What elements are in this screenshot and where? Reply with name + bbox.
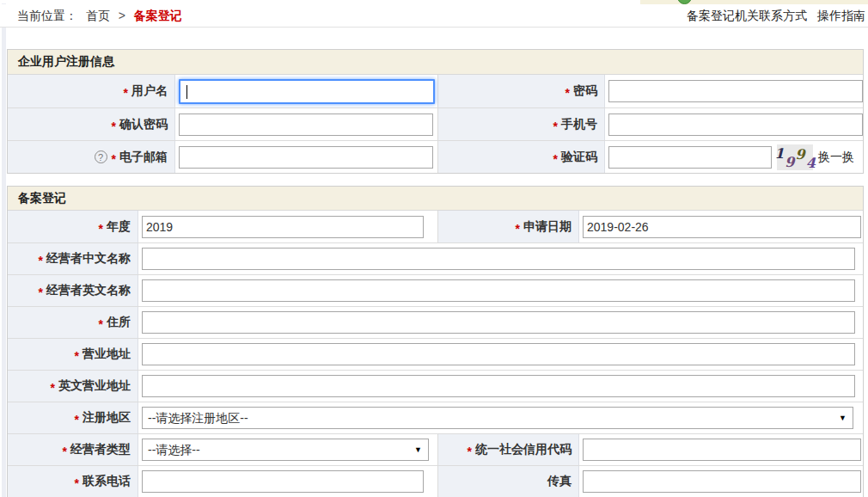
captcha-refresh-link[interactable]: 换一换 [818,150,854,165]
apply-date-label-cell: * 申请日期 [437,211,579,242]
captcha-input[interactable] [608,146,772,169]
top-links: 备案登记机关联系方式 操作指南 [680,9,865,24]
fax-input[interactable] [583,470,861,493]
mobile-input[interactable] [608,114,863,136]
registration-section: 企业用户注册信息 * 用户名 * 密码 * 确 [7,49,864,174]
confirm-password-input-cell [175,108,437,140]
residence-label-cell: * 住所 [8,307,138,338]
password-input-cell [605,75,863,107]
contact-phone-label: 联系电话 [83,474,131,489]
year-input[interactable] [142,216,424,238]
operator-type-label-cell: * 经营者类型 [8,434,138,465]
residence-input[interactable] [142,311,855,334]
breadcrumb-separator: > [119,9,125,22]
fax-input-cell [579,466,863,497]
business-address-label-cell: * 营业地址 [8,339,138,370]
operator-type-select-cell: --请选择-- [138,434,437,465]
required-asterisk: * [63,445,67,458]
help-icon[interactable]: ? [95,150,107,163]
required-asterisk: * [39,285,43,299]
required-asterisk: * [516,222,520,236]
breadcrumb-current-page: 备案登记 [134,9,182,22]
register-region-select[interactable]: --请选择注册地区-- [142,407,853,429]
required-asterisk: * [75,349,79,363]
business-address-input-cell [138,339,863,370]
business-address-label: 营业地址 [83,347,131,362]
residence-label: 住所 [107,315,131,330]
operator-type-label: 经营者类型 [70,442,131,457]
required-asterisk: * [75,476,79,490]
residence-input-cell [138,307,863,338]
required-asterisk: * [39,254,43,267]
fax-label-cell: 传真 [437,466,579,497]
required-asterisk: * [468,445,472,458]
register-region-label-cell: * 注册地区 [8,402,138,433]
business-address-input[interactable] [142,343,855,365]
form-row-username-password: * 用户名 * 密码 [8,75,863,107]
required-asterisk: * [112,152,116,166]
contact-phone-input-cell [138,466,437,497]
operator-en-name-input[interactable] [142,279,855,302]
username-label-cell: * 用户名 [8,75,175,107]
operation-guide-link[interactable]: 操作指南 [817,9,865,22]
captcha-input-cell: 1 9 9 4 换一换 [605,141,863,173]
text-cursor [186,85,187,99]
form-row-type-creditcode: * 经营者类型 --请选择-- * 统一社会信用代码 [8,433,863,465]
password-input[interactable] [608,80,863,102]
operator-en-name-input-cell [138,275,863,306]
captcha-label-cell: * 验证码 [437,141,605,173]
breadcrumb-bar: 当前位置： 首页 > 备案登记 备案登记机关联系方式 操作指南 [0,4,868,28]
fax-label: 传真 [547,474,572,489]
operator-cn-name-label-cell: * 经营者中文名称 [8,243,138,274]
required-asterisk: * [112,120,116,133]
form-row-cn-name: * 经营者中文名称 [8,242,863,274]
breadcrumb-home-link[interactable]: 首页 [86,9,110,22]
credit-code-input[interactable] [583,439,861,461]
form-row-en-business-address: * 英文营业地址 [8,370,863,402]
register-region-select-cell: --请选择注册地区-- [138,402,863,433]
credit-code-label: 统一社会信用代码 [475,442,572,457]
required-asterisk: * [565,86,570,100]
mobile-label: 手机号 [561,117,597,132]
operator-en-name-label: 经营者英文名称 [46,283,131,298]
username-input[interactable] [179,79,435,104]
apply-date-input-cell [579,211,863,242]
captcha-digit: 4 [806,156,816,170]
form-row-business-address: * 营业地址 [8,338,863,370]
required-asterisk: * [99,317,103,331]
required-asterisk: * [124,86,128,100]
required-asterisk: * [553,152,558,166]
username-input-cell [175,75,437,107]
captcha-image[interactable]: 1 9 9 4 [777,144,813,170]
operator-type-select[interactable]: --请选择-- [142,439,429,461]
confirm-password-label: 确认密码 [119,117,168,132]
required-asterisk: * [99,222,103,236]
password-label: 密码 [573,83,597,99]
breadcrumb-location-label: 当前位置： [17,9,77,22]
mobile-label-cell: * 手机号 [437,108,605,140]
contact-phone-label-cell: * 联系电话 [8,466,138,497]
en-business-address-label-cell: * 英文营业地址 [8,371,138,402]
contact-authority-link[interactable]: 备案登记机关联系方式 [687,9,807,22]
page-left-gutter [2,3,6,497]
operator-cn-name-input[interactable] [142,248,855,270]
contact-phone-input[interactable] [142,470,424,493]
captcha-digit: 9 [785,156,794,170]
form-row-register-region: * 注册地区 --请选择注册地区-- [8,402,863,433]
email-input-cell [175,141,437,173]
register-region-label: 注册地区 [83,410,131,426]
email-input[interactable] [179,146,433,169]
breadcrumb: 当前位置： 首页 > 备案登记 [17,9,187,24]
credit-code-label-cell: * 统一社会信用代码 [437,434,579,465]
captcha-digit: 1 [774,147,784,170]
required-asterisk: * [51,381,55,395]
password-label-cell: * 密码 [437,75,605,107]
form-content: 企业用户注册信息 * 用户名 * 密码 * 确 [7,49,864,497]
operator-cn-name-label: 经营者中文名称 [46,251,131,267]
form-row-email-captcha: ? * 电子邮箱 * 验证码 1 9 9 4 [8,140,863,173]
confirm-password-input[interactable] [179,114,433,136]
operator-cn-name-input-cell [138,243,863,274]
apply-date-input[interactable] [583,216,861,238]
credit-code-input-cell [579,434,863,465]
en-business-address-input[interactable] [142,375,855,397]
